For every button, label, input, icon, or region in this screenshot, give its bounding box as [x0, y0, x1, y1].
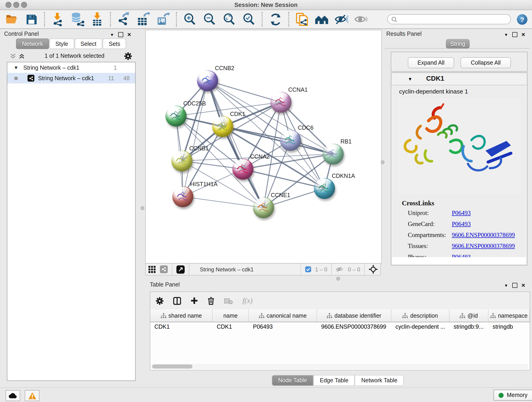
import-table-file-icon[interactable]: [90, 12, 104, 26]
external-link-icon[interactable]: [177, 265, 185, 274]
hide-selected-icon[interactable]: [335, 12, 348, 26]
tab-node-table[interactable]: Node Table: [272, 375, 313, 386]
network-node-HIST1H1A[interactable]: [172, 186, 193, 207]
network-node-CDC25B[interactable]: [165, 105, 186, 127]
panel-close-icon[interactable]: ×: [127, 32, 131, 37]
network-node-CDK1[interactable]: [212, 116, 233, 137]
zoom-fit-icon[interactable]: [222, 12, 236, 26]
crosslink-value-link[interactable]: P06493: [452, 210, 471, 217]
column-header-database-identifier[interactable]: database identifier: [317, 309, 391, 322]
network-node-CCNB1[interactable]: [171, 150, 192, 172]
network-node-CCNA1[interactable]: [270, 92, 291, 113]
network-share-icon[interactable]: [160, 265, 168, 273]
network-canvas[interactable]: CCNB2 CCNA1 CDC25B CDK1 CDC6 RB1 CCNB1: [145, 30, 382, 264]
export-table-icon[interactable]: [137, 12, 150, 26]
crosshair-icon[interactable]: [369, 265, 378, 274]
panel-menu-icon[interactable]: ▼: [110, 32, 114, 37]
memory-button[interactable]: Memory: [494, 390, 532, 401]
zoom-selected-icon[interactable]: [242, 12, 256, 26]
add-column-icon[interactable]: [191, 297, 198, 304]
table-hscrollbar[interactable]: [151, 364, 528, 369]
tab-sets[interactable]: Sets: [103, 38, 126, 49]
gear-icon[interactable]: [124, 52, 132, 60]
new-network-from-selection-icon[interactable]: [295, 12, 309, 26]
table-cell[interactable]: cyclin-dependent ...: [391, 322, 450, 332]
collapse-all-button[interactable]: Collapse All: [461, 57, 511, 68]
section-collapse-icon[interactable]: ▼: [408, 77, 412, 82]
save-session-icon[interactable]: [24, 12, 38, 26]
expand-all-tree-icon[interactable]: [10, 53, 16, 59]
right-splitter-handle[interactable]: [381, 160, 385, 164]
column-header-namespace[interactable]: namespace: [488, 309, 530, 322]
panel-close-icon[interactable]: ×: [521, 283, 525, 287]
network-edge[interactable]: [183, 197, 264, 208]
help-icon[interactable]: ?: [517, 14, 527, 25]
network-edge[interactable]: [208, 81, 281, 102]
tree-collapse-icon[interactable]: ▼: [14, 65, 18, 70]
tab-network-table[interactable]: Network Table: [355, 375, 404, 386]
table-row[interactable]: CDK1CDK1P064939606.ENSP00000378699cyclin…: [150, 322, 530, 332]
cloud-button[interactable]: [6, 390, 20, 401]
show-columns-icon[interactable]: [173, 297, 181, 305]
export-network-icon[interactable]: [117, 12, 131, 26]
panel-menu-icon[interactable]: ▼: [504, 32, 508, 37]
apply-layout-icon[interactable]: [268, 12, 282, 26]
show-all-icon[interactable]: [354, 12, 368, 26]
delete-column-icon[interactable]: [208, 297, 215, 305]
table-gear-icon[interactable]: [156, 297, 164, 305]
tab-style[interactable]: Style: [50, 38, 74, 49]
network-edge[interactable]: [223, 127, 333, 154]
zoom-in-icon[interactable]: [183, 12, 196, 26]
import-network-file-icon[interactable]: [51, 12, 65, 26]
table-cell[interactable]: stringdb:9...: [450, 322, 488, 332]
import-network-database-icon[interactable]: [70, 12, 84, 26]
panel-menu-icon[interactable]: ▼: [504, 283, 508, 288]
crosslink-value-link[interactable]: 9606.ENSP00000378699: [452, 231, 515, 239]
open-session-icon[interactable]: [5, 12, 18, 26]
network-node-CDC6[interactable]: [280, 130, 301, 151]
network-tree-root-row[interactable]: ▼ String Network – cdk1 1: [7, 62, 135, 73]
crosslink-value-link[interactable]: P06493: [452, 220, 471, 228]
column-header--id[interactable]: @id: [450, 309, 488, 322]
selected-checkbox-icon[interactable]: [305, 266, 311, 272]
left-splitter-handle[interactable]: [141, 206, 144, 210]
zoom-out-icon[interactable]: [203, 12, 216, 26]
tab-edge-table[interactable]: Edge Table: [313, 375, 355, 386]
panel-close-icon[interactable]: ×: [521, 32, 525, 37]
panel-float-icon[interactable]: [512, 32, 517, 37]
first-neighbors-icon[interactable]: [315, 12, 329, 26]
table-cell[interactable]: CDK1: [213, 322, 249, 332]
column-header-shared-name[interactable]: shared name: [150, 309, 213, 322]
panel-float-icon[interactable]: [118, 32, 123, 37]
network-node-CCNE1[interactable]: [253, 197, 274, 218]
network-edge[interactable]: [208, 81, 264, 208]
expand-all-button[interactable]: Expand All: [408, 57, 454, 68]
network-node-CCNA2[interactable]: [232, 159, 253, 180]
table-cell[interactable]: 9606.ENSP00000378699: [317, 322, 391, 332]
tab-network[interactable]: Network: [16, 38, 49, 49]
collapse-all-tree-icon[interactable]: [19, 53, 25, 59]
network-tree-child-row[interactable]: String Network – cdk1 11 48: [7, 73, 135, 83]
network-edge[interactable]: [243, 169, 324, 188]
table-cell[interactable]: CDK1: [150, 322, 213, 332]
tab-string[interactable]: String: [446, 39, 470, 49]
warning-button[interactable]: [25, 390, 39, 401]
column-header-description[interactable]: description: [391, 309, 450, 322]
search-input[interactable]: [399, 16, 507, 23]
grid-view-icon[interactable]: [148, 266, 156, 273]
network-node-CDKN1A[interactable]: [314, 178, 335, 199]
section-header[interactable]: ▼ CDK1: [391, 73, 527, 85]
network-node-RB1[interactable]: [323, 143, 344, 165]
crosslink-value-link[interactable]: 9606.ENSP00000378699: [452, 242, 515, 250]
hscrollbar-thumb[interactable]: [152, 364, 192, 369]
column-header-canonical-name[interactable]: canonical name: [249, 309, 317, 322]
tab-select[interactable]: Select: [75, 38, 102, 49]
column-header-name[interactable]: name: [213, 309, 249, 322]
network-node-CCNB2[interactable]: [197, 70, 218, 91]
export-image-icon[interactable]: [156, 12, 170, 26]
table-cell[interactable]: stringdb: [488, 322, 530, 332]
table-cell[interactable]: P06493: [249, 322, 317, 332]
horizontal-splitter-handle[interactable]: [336, 277, 340, 281]
search-box[interactable]: [387, 14, 511, 24]
panel-float-icon[interactable]: [512, 283, 517, 288]
